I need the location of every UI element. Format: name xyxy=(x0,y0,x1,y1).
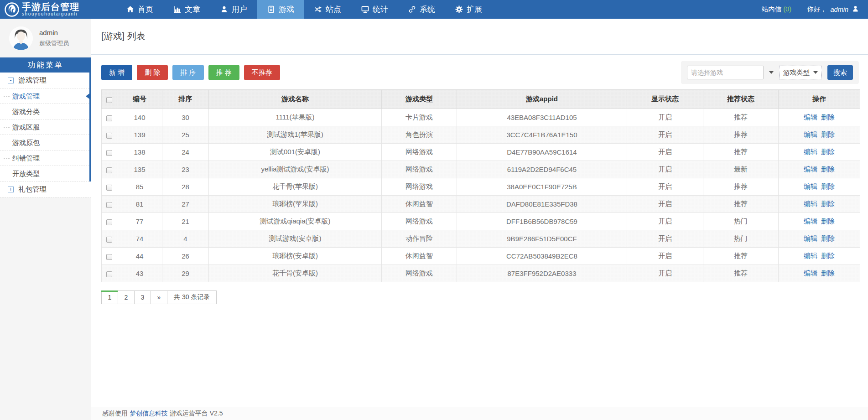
cell-recommend-status: 推荐 xyxy=(703,109,779,126)
edit-link[interactable]: 编辑 xyxy=(804,217,817,225)
table-row: 138 24 测试001(安卓版) 网络游戏 D4E77B90AA59C1614… xyxy=(102,144,860,161)
cell-id: 74 xyxy=(117,230,162,248)
edit-link[interactable]: 编辑 xyxy=(804,269,817,277)
edit-link[interactable]: 编辑 xyxy=(804,148,817,156)
cell-actions: 编辑删除 xyxy=(779,213,860,230)
nav-item-articles[interactable]: 文章 xyxy=(163,0,210,19)
cell-sort: 25 xyxy=(162,126,209,144)
row-delete-link[interactable]: 删除 xyxy=(821,165,835,173)
collapse-icon[interactable] xyxy=(8,78,14,83)
unrecommend-button[interactable]: 不推荐 xyxy=(244,65,280,80)
page-3[interactable]: 3 xyxy=(134,290,151,304)
sidebar-item-error-management[interactable]: 纠错管理 xyxy=(0,150,89,166)
row-checkbox[interactable] xyxy=(106,271,112,277)
game-type-select[interactable]: 游戏类型 xyxy=(779,66,822,79)
row-checkbox[interactable] xyxy=(106,115,112,121)
cell-id: 135 xyxy=(117,161,162,178)
sort-button[interactable]: 排 序 xyxy=(172,65,203,80)
cell-sort: 4 xyxy=(162,230,209,248)
footer-suffix: 游戏运营平台 V2.5 xyxy=(170,410,223,417)
sidebar-item-open-types[interactable]: 开放类型 xyxy=(0,166,89,181)
cell-appid: DFF1B6B56DB978C59 xyxy=(457,213,627,230)
row-checkbox[interactable] xyxy=(106,237,112,243)
nav-item-sites[interactable]: 站点 xyxy=(304,0,351,19)
page-1[interactable]: 1 xyxy=(101,290,118,304)
menu-root-gift-management[interactable]: 礼包管理 xyxy=(0,181,91,197)
home-icon xyxy=(126,5,134,13)
shuffle-icon xyxy=(314,5,322,13)
app-logo: 手游后台管理 shouyouhoutaiguanli xyxy=(0,2,96,17)
row-delete-link[interactable]: 删除 xyxy=(821,182,835,190)
search-button[interactable]: 搜索 xyxy=(827,65,853,80)
row-checkbox[interactable] xyxy=(106,150,112,156)
select-all-checkbox[interactable] xyxy=(106,97,112,103)
page-title: [游戏] 列表 xyxy=(101,30,858,42)
sidebar-item-game-servers[interactable]: 游戏区服 xyxy=(0,119,89,135)
row-delete-link[interactable]: 删除 xyxy=(821,252,835,259)
table-row: 43 29 花千骨(安卓版) 网络游戏 87E3FF952D2AE0333 开启… xyxy=(102,265,860,282)
cell-recommend-status: 热门 xyxy=(703,230,779,248)
edit-link[interactable]: 编辑 xyxy=(804,200,817,207)
header-checkbox-cell xyxy=(102,90,117,109)
nav-item-home[interactable]: 首页 xyxy=(116,0,163,19)
row-checkbox[interactable] xyxy=(106,219,112,225)
edit-link[interactable]: 编辑 xyxy=(804,113,817,121)
cell-recommend-status: 推荐 xyxy=(703,265,779,282)
inbox-link[interactable]: 站内信 (0) xyxy=(762,5,791,14)
nav-item-users[interactable]: 用户 xyxy=(210,0,257,19)
cell-sort: 24 xyxy=(162,144,209,161)
recommend-button[interactable]: 推 荐 xyxy=(208,65,239,80)
cell-game-type: 网络游戏 xyxy=(382,265,457,282)
row-checkbox[interactable] xyxy=(106,202,112,208)
nav-item-stats[interactable]: 统计 xyxy=(351,0,398,19)
footer-company-link[interactable]: 梦创信息科技 xyxy=(130,410,168,417)
cell-id: 44 xyxy=(117,248,162,265)
cell-id: 77 xyxy=(117,213,162,230)
row-delete-link[interactable]: 删除 xyxy=(821,148,835,156)
next-page-button[interactable]: » xyxy=(151,290,167,304)
user-menu[interactable]: 你好，admin xyxy=(807,5,859,14)
row-delete-link[interactable]: 删除 xyxy=(821,130,835,138)
delete-button[interactable]: 删 除 xyxy=(137,65,168,80)
table-row: 44 26 琅琊榜(安卓版) 休闲益智 CC72AB503849B2EC8 开启… xyxy=(102,248,860,265)
game-select-caret-icon[interactable] xyxy=(769,71,774,76)
edit-link[interactable]: 编辑 xyxy=(804,130,817,138)
nav-item-system[interactable]: 系统 xyxy=(398,0,445,19)
expand-icon[interactable] xyxy=(8,187,14,192)
menu-sublist: 游戏管理 游戏分类 游戏区服 游戏原包 纠错管理 开放类型 xyxy=(0,88,89,181)
cell-appid: 38A0EE0C1F90E725B xyxy=(457,178,627,196)
row-checkbox[interactable] xyxy=(106,254,112,260)
page-2[interactable]: 2 xyxy=(118,290,135,304)
sidebar-item-game-category[interactable]: 游戏分类 xyxy=(0,104,89,119)
row-delete-link[interactable]: 删除 xyxy=(821,113,835,121)
add-button[interactable]: 新 增 xyxy=(101,65,132,80)
cell-actions: 编辑删除 xyxy=(779,126,860,144)
nav-item-extensions[interactable]: 扩展 xyxy=(445,0,492,19)
row-checkbox[interactable] xyxy=(106,167,112,173)
edit-link[interactable]: 编辑 xyxy=(804,234,817,242)
cell-game-name: 琅琊榜(安卓版) xyxy=(209,248,382,265)
edit-link[interactable]: 编辑 xyxy=(804,182,817,190)
game-search-input[interactable] xyxy=(687,66,764,79)
document-icon xyxy=(267,5,275,13)
sidebar-item-game-management[interactable]: 游戏管理 xyxy=(0,88,89,104)
row-checkbox[interactable] xyxy=(106,133,112,139)
row-delete-link[interactable]: 删除 xyxy=(821,269,835,277)
nav-item-games[interactable]: 游戏 xyxy=(257,0,304,19)
sidebar-item-game-packages[interactable]: 游戏原包 xyxy=(0,135,89,150)
edit-link[interactable]: 编辑 xyxy=(804,165,817,173)
row-checkbox[interactable] xyxy=(106,185,112,191)
cell-actions: 编辑删除 xyxy=(779,109,860,126)
row-delete-link[interactable]: 删除 xyxy=(821,217,835,225)
cell-actions: 编辑删除 xyxy=(779,196,860,213)
cell-recommend-status: 推荐 xyxy=(703,248,779,265)
header-recommend-status: 推荐状态 xyxy=(703,90,779,109)
cell-sort: 27 xyxy=(162,196,209,213)
cell-sort: 28 xyxy=(162,178,209,196)
cell-id: 139 xyxy=(117,126,162,144)
menu-root-game-management[interactable]: 游戏管理 xyxy=(0,73,89,88)
row-delete-link[interactable]: 删除 xyxy=(821,200,835,207)
edit-link[interactable]: 编辑 xyxy=(804,252,817,259)
inbox-count-badge: (0) xyxy=(783,5,791,13)
row-delete-link[interactable]: 删除 xyxy=(821,234,835,242)
